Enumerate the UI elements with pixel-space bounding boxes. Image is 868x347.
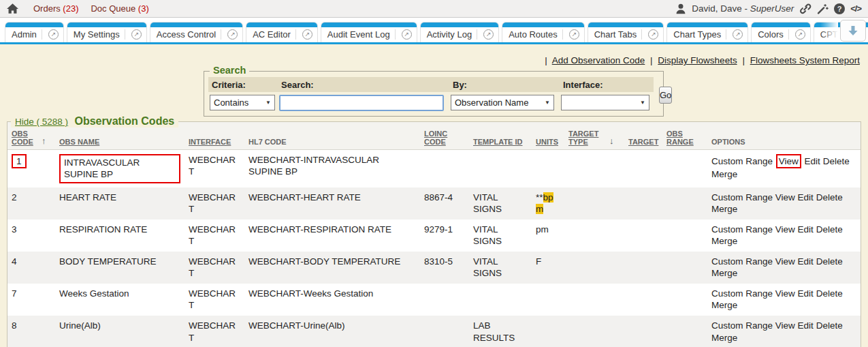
delete-link[interactable]: Delete xyxy=(816,320,843,331)
search-input[interactable] xyxy=(279,95,444,111)
header-units[interactable]: UNITS xyxy=(532,122,564,149)
hide-count-link[interactable]: Hide ( 5288 ) xyxy=(15,117,68,127)
custom-range-link[interactable]: Custom Range xyxy=(711,320,773,331)
units-cell xyxy=(532,149,564,187)
link-icon[interactable] xyxy=(799,3,811,14)
interface-select[interactable]: ▼ xyxy=(561,95,649,110)
header-template-id[interactable]: TEMPLATE ID xyxy=(469,122,532,149)
sort-spacer-cell xyxy=(37,284,55,316)
view-link[interactable]: View xyxy=(779,156,799,166)
units-cell xyxy=(532,316,564,347)
go-button[interactable]: Go xyxy=(659,87,672,104)
tab-separator xyxy=(125,29,125,40)
external-link-icon[interactable]: ↗ xyxy=(302,29,312,40)
tab-audit-event-log[interactable]: Audit Event Log↗ xyxy=(321,22,417,42)
wand-icon[interactable] xyxy=(817,3,829,14)
home-icon[interactable] xyxy=(7,3,18,14)
custom-range-link[interactable]: Custom Range xyxy=(711,192,773,202)
target-type-cell xyxy=(564,316,605,347)
external-link-icon[interactable]: ↗ xyxy=(483,29,494,40)
header-target[interactable]: TARGET xyxy=(624,122,662,149)
tab-my-settings[interactable]: My Settings↗ xyxy=(67,22,146,42)
merge-link[interactable]: Merge xyxy=(711,268,737,278)
nav-orders-label: Orders xyxy=(33,3,61,14)
external-link-icon[interactable]: ↗ xyxy=(569,29,579,40)
sort-spacer-cell xyxy=(37,316,55,347)
edit-link[interactable]: Edit xyxy=(798,288,814,299)
merge-link[interactable]: Merge xyxy=(711,204,737,214)
custom-range-link[interactable]: Custom Range xyxy=(711,224,773,235)
delete-link[interactable]: Delete xyxy=(816,224,843,235)
tab-accent xyxy=(246,22,317,27)
scroll-tabs-down-button[interactable] xyxy=(840,20,866,42)
obs-code-value: 1 xyxy=(16,156,22,166)
search-panel-wrapper: Search Criteria: Search: By: Interface: … xyxy=(204,71,664,117)
tab-label: Auto Routes xyxy=(509,29,558,40)
hl7-code-cell: WEBCHART-BODY TEMPERATURE xyxy=(244,252,420,284)
separator: | xyxy=(545,55,547,65)
user-role: SuperUser xyxy=(750,3,794,14)
edit-link[interactable]: Edit xyxy=(805,156,820,166)
custom-range-link[interactable]: Custom Range xyxy=(711,256,773,267)
external-link-icon[interactable]: ↗ xyxy=(402,29,412,40)
tab-separator xyxy=(42,29,42,40)
by-select[interactable]: Observation Name▼ xyxy=(451,95,554,110)
delete-link[interactable]: Delete xyxy=(816,192,843,202)
external-link-icon[interactable]: ↗ xyxy=(648,29,658,40)
view-link[interactable]: View xyxy=(775,256,795,267)
criteria-select[interactable]: Contains▼ xyxy=(210,95,275,110)
external-link-icon[interactable]: ↗ xyxy=(795,29,805,40)
tab-separator xyxy=(726,29,726,40)
edit-link[interactable]: Edit xyxy=(798,320,814,331)
obs-code-cell: 3 xyxy=(7,220,37,252)
help-icon[interactable]: ? xyxy=(834,3,845,14)
tab-chart-tabs[interactable]: Chart Tabs↗ xyxy=(588,22,664,42)
tab-ac-editor[interactable]: AC Editor↗ xyxy=(246,22,317,42)
edit-link[interactable]: Edit xyxy=(798,192,814,202)
header-interface[interactable]: INTERFACE xyxy=(184,122,244,149)
header-loinc-code[interactable]: LOINC CODE xyxy=(420,122,469,149)
dropdown-arrow-icon: ▼ xyxy=(545,100,550,106)
add-observation-code-link[interactable]: Add Observation Code xyxy=(552,55,645,65)
view-link[interactable]: View xyxy=(775,288,795,299)
merge-link[interactable]: Merge xyxy=(711,333,737,343)
tab-colors[interactable]: Colors↗ xyxy=(752,22,810,42)
sort-spacer-cell xyxy=(605,252,624,284)
tab-access-control[interactable]: Access Control↗ xyxy=(150,22,242,42)
custom-range-link[interactable]: Custom Range xyxy=(711,288,773,299)
delete-link[interactable]: Delete xyxy=(816,288,843,299)
external-link-icon[interactable]: ↗ xyxy=(131,29,142,40)
view-link[interactable]: View xyxy=(775,192,795,202)
edit-link[interactable]: Edit xyxy=(798,224,814,235)
observation-codes-section: Hide ( 5288 ) Observation Codes OBS CODE… xyxy=(7,121,861,347)
edit-link[interactable]: Edit xyxy=(798,256,814,267)
delete-link[interactable]: Delete xyxy=(823,156,850,166)
tab-accent xyxy=(421,22,498,27)
tab-label: My Settings xyxy=(74,29,120,40)
nav-doc-queue[interactable]: Doc Queue (3) xyxy=(91,3,148,14)
merge-link[interactable]: Merge xyxy=(711,300,737,310)
flowsheets-system-report-link[interactable]: Flowsheets System Report xyxy=(750,55,860,65)
sort-descending-icon[interactable]: ↓ xyxy=(609,136,614,146)
merge-link[interactable]: Merge xyxy=(711,169,737,179)
display-flowsheets-link[interactable]: Display Flowsheets xyxy=(658,55,737,65)
sort-spacer-cell xyxy=(605,187,624,220)
view-link[interactable]: View xyxy=(775,320,795,331)
external-link-icon[interactable]: ↗ xyxy=(733,29,743,40)
header-obs-range[interactable]: OBS RANGE xyxy=(662,122,707,149)
view-link[interactable]: View xyxy=(775,224,795,235)
code-icon[interactable]: </> xyxy=(850,3,861,14)
external-link-icon[interactable]: ↗ xyxy=(227,29,238,40)
sort-ascending-icon[interactable]: ↑ xyxy=(42,136,46,146)
nav-orders[interactable]: Orders (23) xyxy=(33,3,78,14)
tab-activity-log[interactable]: Activity Log↗ xyxy=(421,22,498,42)
delete-link[interactable]: Delete xyxy=(816,256,843,267)
tab-chart-types[interactable]: Chart Types↗ xyxy=(667,22,748,42)
external-link-icon[interactable]: ↗ xyxy=(48,29,59,40)
header-target-type[interactable]: TARGET TYPE xyxy=(564,122,605,149)
merge-link[interactable]: Merge xyxy=(711,236,737,246)
tab-admin[interactable]: Admin↗ xyxy=(5,22,63,42)
custom-range-link[interactable]: Custom Range xyxy=(711,156,773,166)
user-name[interactable]: David, Dave - SuperUser xyxy=(692,3,794,14)
tab-auto-routes[interactable]: Auto Routes↗ xyxy=(502,22,584,42)
